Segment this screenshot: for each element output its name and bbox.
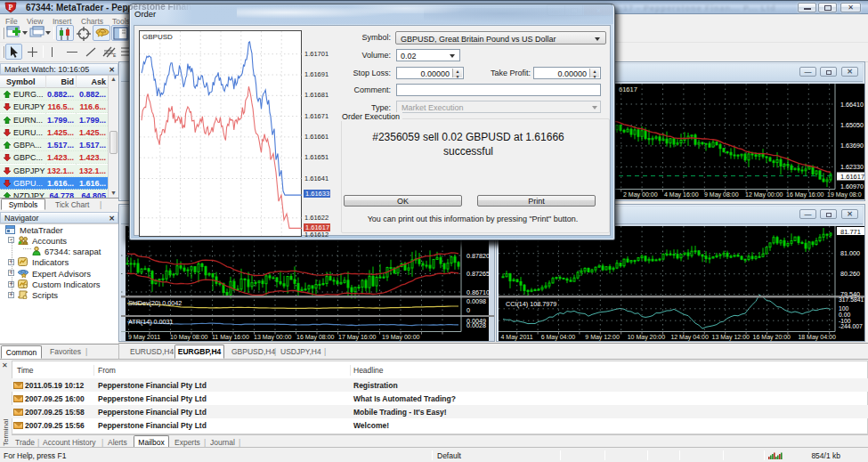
svg-text:81.771: 81.771	[840, 228, 861, 236]
svg-text:1.62330: 1.62330	[840, 163, 864, 171]
svg-text:CCI(14) 108.7979: CCI(14) 108.7979	[506, 300, 556, 308]
svg-text:17 May 16:00: 17 May 16:00	[338, 334, 377, 341]
svg-text:P: P	[9, 4, 13, 12]
svg-text:13 May 00:00: 13 May 00:00	[254, 334, 292, 341]
svg-text:16 May 20:00: 16 May 20:00	[753, 334, 791, 341]
svg-text:4 May 16:00: 4 May 16:00	[664, 191, 699, 199]
svg-text:0.0028: 0.0028	[466, 321, 486, 329]
svg-text:10 May 20:00: 10 May 20:00	[628, 334, 666, 341]
svg-text:0.87265: 0.87265	[466, 270, 490, 278]
svg-text:12 May 04:00: 12 May 04:00	[670, 334, 709, 341]
svg-text:13 May 12:00: 13 May 12:00	[712, 334, 750, 341]
svg-text:1.63690: 1.63690	[840, 142, 864, 150]
svg-text:81.000: 81.000	[840, 249, 860, 257]
svg-text:ATR(14) 0.0031: ATR(14) 0.0031	[128, 318, 174, 326]
svg-text:317.5841: 317.5841	[839, 296, 864, 303]
svg-text:18 May 04:00: 18 May 04:00	[798, 334, 836, 341]
svg-text:0.87820: 0.87820	[466, 252, 490, 260]
svg-text:12 May 00:00: 12 May 00:00	[745, 191, 783, 199]
svg-text:E: E	[113, 53, 117, 58]
svg-text:11 May 16:00: 11 May 16:00	[212, 334, 249, 341]
svg-text:16 May 08:00: 16 May 08:00	[296, 334, 335, 341]
svg-text:6 May 04:00: 6 May 04:00	[541, 334, 576, 341]
svg-text:0: 0	[466, 306, 470, 314]
svg-text:1.66410: 1.66410	[840, 101, 864, 109]
svg-text:16 May 16:00: 16 May 16:00	[786, 191, 824, 199]
svg-text:-244.007: -244.007	[839, 323, 863, 329]
svg-text:10 May 08:00: 10 May 08:00	[170, 334, 208, 341]
svg-text:StdDev(20) 0.0042: StdDev(20) 0.0042	[128, 299, 182, 307]
svg-text:9 May 08:00: 9 May 08:00	[704, 191, 739, 199]
svg-text:0.86710: 0.86710	[466, 288, 490, 296]
svg-text:19 May 00:00: 19 May 00:00	[382, 334, 420, 341]
svg-text:61617: 61617	[619, 85, 637, 93]
svg-text:0.0098: 0.0098	[466, 297, 486, 305]
svg-text:1.61617: 1.61617	[840, 173, 864, 181]
svg-text:2 May 00:00: 2 May 00:00	[623, 191, 658, 199]
svg-text:80.260: 80.260	[840, 270, 860, 278]
svg-text:4 May 2011: 4 May 2011	[501, 334, 533, 341]
svg-text:9 May 12:00: 9 May 12:00	[585, 334, 620, 341]
svg-text:19 May 08:0: 19 May 08:0	[827, 191, 862, 199]
svg-text:1.60970: 1.60970	[840, 182, 864, 190]
svg-text:9 May 2011: 9 May 2011	[128, 334, 160, 341]
svg-text:1.65050: 1.65050	[840, 121, 864, 129]
